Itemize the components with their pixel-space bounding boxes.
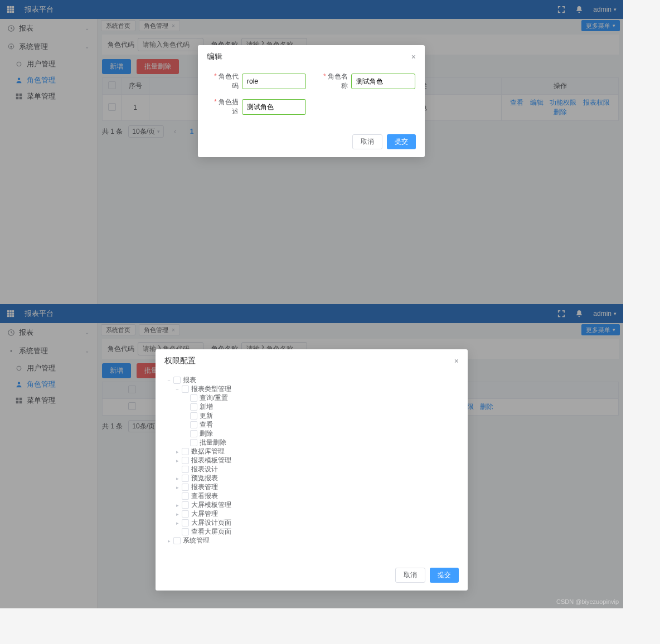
checkbox[interactable] xyxy=(182,386,189,393)
permission-modal: 权限配置 × −报表 −报表类型管理 查询/重置 新增 更新 查看 删除 批量删… xyxy=(156,349,468,591)
form-code-input[interactable] xyxy=(242,74,306,89)
tree-node[interactable]: ▸大屏设计页面 xyxy=(166,519,458,527)
checkbox[interactable] xyxy=(182,448,189,455)
collapse-icon[interactable]: − xyxy=(166,378,172,383)
expand-icon[interactable]: ▸ xyxy=(174,511,181,517)
form-code-label: 角色代码 xyxy=(219,72,239,90)
permission-tree: −报表 −报表类型管理 查询/重置 新增 更新 查看 删除 批量删除 ▸数据库管… xyxy=(166,376,458,545)
checkbox[interactable] xyxy=(182,475,189,482)
tree-node[interactable]: 查看大屏页面 xyxy=(166,528,458,536)
tree-node[interactable]: −报表 xyxy=(166,376,458,384)
close-icon[interactable]: × xyxy=(454,357,459,365)
submit-button[interactable]: 提交 xyxy=(387,134,416,149)
expand-icon[interactable]: ▸ xyxy=(174,502,181,508)
tree-node[interactable]: ▸大屏模板管理 xyxy=(166,501,458,509)
tree-node[interactable]: ▸报表管理 xyxy=(166,483,458,491)
cancel-button[interactable]: 取消 xyxy=(395,568,425,583)
checkbox[interactable] xyxy=(173,537,181,544)
form-desc-label: 角色描述 xyxy=(219,98,239,115)
tree-node[interactable]: ▸系统管理 xyxy=(166,536,458,545)
tree-node[interactable]: ▸报表模板管理 xyxy=(166,456,458,465)
tree-node[interactable]: −报表类型管理 xyxy=(166,385,458,393)
checkbox[interactable] xyxy=(182,457,189,464)
tree-node[interactable]: 查看报表 xyxy=(166,492,458,500)
submit-button[interactable]: 提交 xyxy=(430,568,459,583)
checkbox[interactable] xyxy=(190,394,197,402)
expand-icon[interactable]: ▸ xyxy=(174,458,181,464)
form-name-label: 角色名称 xyxy=(328,72,348,90)
edit-modal: 编辑 × * 角色代码 * 角色名称 * 角色描述 xyxy=(198,45,425,157)
cancel-button[interactable]: 取消 xyxy=(352,134,382,149)
form-name-input[interactable] xyxy=(351,74,415,89)
checkbox[interactable] xyxy=(182,519,189,526)
modal-title: 编辑 xyxy=(207,52,222,62)
expand-icon[interactable]: ▸ xyxy=(166,538,172,544)
checkbox[interactable] xyxy=(182,492,189,500)
tree-node[interactable]: ▸预览报表 xyxy=(166,474,458,482)
checkbox[interactable] xyxy=(182,510,189,518)
expand-icon[interactable]: ▸ xyxy=(174,449,181,455)
checkbox[interactable] xyxy=(182,466,189,473)
expand-icon[interactable]: ▸ xyxy=(174,485,181,490)
checkbox[interactable] xyxy=(190,412,197,419)
close-icon[interactable]: × xyxy=(411,52,416,61)
checkbox[interactable] xyxy=(190,403,197,411)
tree-node[interactable]: 查询/重置 xyxy=(166,394,458,402)
tree-node[interactable]: 报表设计 xyxy=(166,465,458,474)
tree-node[interactable]: ▸数据库管理 xyxy=(166,447,458,456)
checkbox[interactable] xyxy=(182,528,189,535)
checkbox[interactable] xyxy=(182,501,189,509)
checkbox[interactable] xyxy=(190,421,197,428)
expand-icon[interactable]: ▸ xyxy=(174,476,181,481)
tree-node[interactable]: 更新 xyxy=(166,412,458,420)
modal-title: 权限配置 xyxy=(164,356,196,366)
tree-node[interactable]: 新增 xyxy=(166,403,458,411)
expand-icon[interactable]: ▸ xyxy=(174,520,181,526)
tree-node[interactable]: ▸大屏管理 xyxy=(166,510,458,518)
checkbox[interactable] xyxy=(173,377,181,384)
collapse-icon[interactable]: − xyxy=(174,387,181,392)
tree-node[interactable]: 查看 xyxy=(166,421,458,429)
form-desc-input[interactable] xyxy=(242,99,306,115)
checkbox[interactable] xyxy=(182,484,189,491)
tree-node[interactable]: 删除 xyxy=(166,430,458,438)
checkbox[interactable] xyxy=(190,439,197,446)
tree-node[interactable]: 批量删除 xyxy=(166,438,458,447)
watermark: CSDN @biyezuopinvip xyxy=(556,598,619,605)
checkbox[interactable] xyxy=(190,430,197,437)
